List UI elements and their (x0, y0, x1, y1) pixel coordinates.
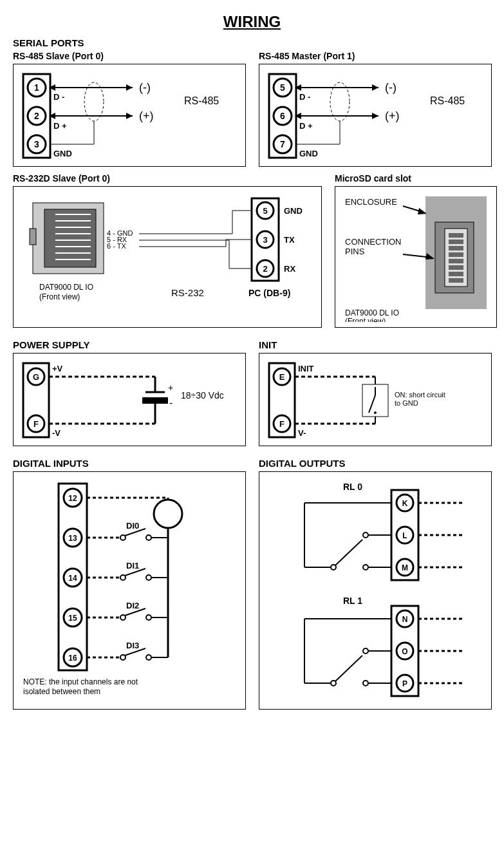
svg-text:DAT9000 DL IO: DAT9000 DL IO (345, 308, 399, 317)
svg-rect-46 (44, 209, 96, 267)
svg-text:(-): (-) (385, 81, 397, 94)
rs485-master-diagram: 5 6 7 D - D + GND (-) (+) RS-485 (266, 71, 485, 161)
svg-text:-: - (169, 397, 173, 408)
svg-text:DI3: DI3 (126, 641, 139, 650)
svg-text:M: M (402, 563, 408, 572)
svg-text:+V: +V (52, 364, 63, 373)
svg-text:RS-485: RS-485 (184, 95, 219, 106)
svg-text:PINS: PINS (345, 247, 365, 256)
svg-text:F: F (279, 419, 285, 429)
svg-text:L: L (402, 531, 407, 540)
svg-point-216 (363, 648, 368, 654)
microsd-title: MicroSD card slot (335, 173, 497, 184)
svg-text:CONNECTION: CONNECTION (345, 237, 401, 247)
svg-text:P: P (402, 679, 407, 688)
svg-text:INIT: INIT (298, 364, 314, 373)
svg-text:RS-485: RS-485 (430, 95, 465, 106)
digital-inputs-diagram: 12 13 14 15 16 DI0 (20, 478, 239, 704)
svg-text:1: 1 (34, 82, 39, 93)
svg-text:12: 12 (68, 494, 77, 503)
svg-text:-V: -V (52, 428, 61, 438)
svg-point-175 (146, 655, 151, 660)
svg-text:isolated between them: isolated between them (23, 687, 100, 696)
svg-point-218 (363, 681, 368, 686)
init-heading: INIT (259, 339, 492, 350)
svg-text:RL 0: RL 0 (343, 482, 362, 492)
svg-rect-45 (30, 229, 36, 245)
svg-text:RS-232: RS-232 (171, 287, 204, 298)
svg-text:D -: D - (53, 92, 64, 102)
rs485-master-title: RS-485 Master (Port 1) (259, 51, 492, 61)
svg-point-151 (154, 500, 182, 528)
svg-rect-117 (142, 397, 168, 404)
svg-text:2: 2 (263, 264, 267, 274)
svg-text:V-: V- (298, 428, 306, 438)
svg-text:to GND: to GND (395, 399, 418, 407)
svg-text:16: 16 (68, 654, 77, 663)
power-diagram: G F +V -V + - 18÷30 Vdc (20, 360, 239, 440)
svg-text:ON: short circuit: ON: short circuit (395, 391, 445, 399)
rs485-slave-diagram: 1 2 3 D - D + GND (-) (+) (20, 71, 239, 161)
svg-marker-34 (372, 84, 378, 91)
svg-text:(Front view): (Front view) (39, 292, 80, 301)
rs232-title: RS-232D Slave (Port 0) (13, 173, 322, 184)
svg-text:NOTE: the input channels are n: NOTE: the input channels are not (23, 677, 138, 686)
svg-point-196 (363, 532, 368, 538)
svg-marker-12 (126, 84, 133, 91)
svg-text:8: 8 (107, 255, 111, 263)
svg-text:6: 6 (280, 111, 285, 121)
svg-text:D -: D - (299, 92, 310, 102)
svg-text:O: O (402, 647, 407, 656)
svg-text:2: 2 (34, 111, 39, 121)
svg-text:14: 14 (68, 574, 77, 583)
svg-point-173 (120, 655, 126, 660)
power-heading: POWER SUPPLY (13, 339, 246, 350)
svg-text:+: + (168, 382, 173, 393)
svg-text:(Front view): (Front view) (345, 317, 386, 322)
svg-rect-96 (449, 278, 463, 283)
svg-point-163 (146, 575, 151, 580)
svg-point-194 (331, 565, 336, 570)
svg-text:RL 1: RL 1 (343, 596, 362, 606)
svg-text:18÷30 Vdc: 18÷30 Vdc (181, 390, 224, 400)
svg-text:DI1: DI1 (126, 561, 139, 570)
svg-text:(-): (-) (139, 81, 151, 94)
svg-text:E: E (279, 372, 285, 382)
svg-rect-95 (449, 272, 463, 276)
svg-text:DI0: DI0 (126, 521, 139, 531)
svg-line-195 (335, 540, 362, 565)
svg-text:13: 13 (68, 534, 77, 543)
svg-text:K: K (402, 499, 408, 508)
init-diagram: E F INIT V- ON: short circuit to GND (266, 360, 485, 440)
svg-point-157 (146, 535, 151, 540)
svg-rect-93 (449, 259, 463, 263)
svg-text:5: 5 (280, 82, 285, 93)
svg-marker-99 (418, 208, 427, 214)
digital-inputs-heading: DIGITAL INPUTS (13, 458, 246, 469)
rs485-slave-title: RS-485 Slave (Port 0) (13, 51, 246, 61)
svg-point-155 (120, 535, 126, 540)
svg-marker-37 (372, 113, 378, 119)
svg-text:GND: GND (284, 206, 303, 216)
svg-rect-92 (449, 252, 463, 257)
svg-text:DAT9000 DL IO: DAT9000 DL IO (39, 283, 93, 292)
svg-rect-91 (449, 246, 463, 250)
svg-text:(+): (+) (385, 109, 400, 122)
svg-point-169 (146, 615, 151, 620)
rs232-diagram: 1 2 3 4 - GND 5 - RX 6 - TX 7 8 5 3 2 (20, 193, 316, 322)
digital-outputs-diagram: RL 0 K L M RL 1 (266, 478, 485, 704)
svg-point-167 (120, 615, 126, 620)
svg-text:3: 3 (34, 139, 39, 149)
svg-text:N: N (402, 615, 408, 624)
svg-text:D +: D + (299, 121, 313, 131)
svg-rect-94 (449, 265, 463, 270)
svg-line-215 (335, 655, 362, 681)
svg-text:D +: D + (53, 121, 67, 131)
svg-text:RX: RX (284, 264, 295, 274)
svg-text:15: 15 (68, 614, 77, 623)
serial-ports-heading: SERIAL PORTS (13, 37, 491, 48)
svg-text:7: 7 (280, 139, 285, 149)
svg-text:3: 3 (263, 235, 267, 245)
svg-point-161 (120, 575, 126, 580)
svg-marker-15 (126, 113, 133, 119)
